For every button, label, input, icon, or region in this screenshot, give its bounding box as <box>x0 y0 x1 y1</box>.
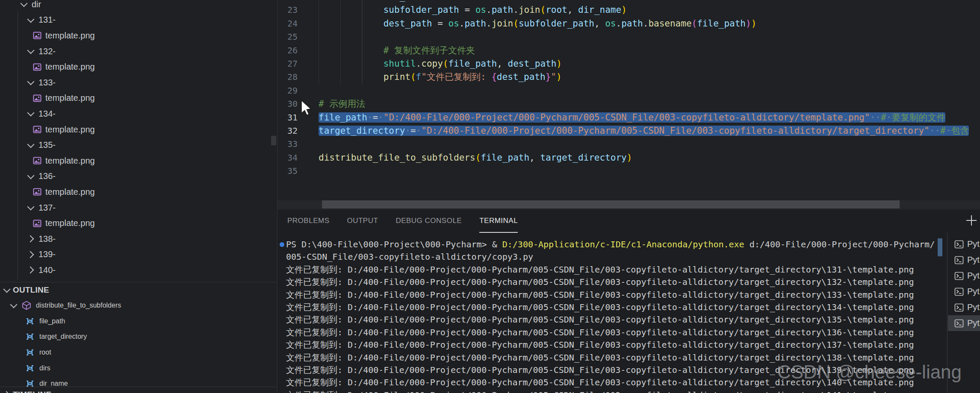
tree-item-139-[interactable]: 139- <box>0 247 277 263</box>
tree-item-133-[interactable]: 133- <box>0 75 277 91</box>
editor-line-29[interactable]: 29 <box>277 84 980 97</box>
editor-line-28[interactable]: 28 print(f"文件已复制到: {dest_path}") <box>277 70 980 84</box>
terminal-list-label: Pyt <box>967 318 980 328</box>
sidebar-scrollbar[interactable] <box>271 136 276 145</box>
code-token: 文件已复制到: D:/400-File/000-Project/000-Pych… <box>286 390 914 393</box>
outline-item-dir_name[interactable]: dir_name <box>0 376 277 387</box>
terminal-list-item[interactable]: Pyt <box>948 315 980 331</box>
chevron-down-icon[interactable] <box>27 78 35 85</box>
terminal-list: PytPytPytPytPytPyt <box>947 233 980 393</box>
editor-line-25[interactable]: 25 <box>277 30 980 44</box>
code-token: dir_name <box>384 0 427 2</box>
chevron-down-icon[interactable] <box>10 301 18 308</box>
symbol-variable-icon <box>25 316 35 326</box>
panel-tab-terminal[interactable]: TERMINAL <box>479 209 518 233</box>
editor-line-23[interactable]: 23 subfolder_path = os.path.join(root, d… <box>277 3 980 17</box>
terminal-output[interactable]: PS D:\400-File\000-Project\000-Pycharm> … <box>277 233 947 393</box>
chevron-right-icon[interactable] <box>27 267 34 274</box>
code-token <box>443 18 449 29</box>
terminal-line: 文件已复制到: D:/400-File/000-Project/000-Pych… <box>286 352 947 364</box>
code-token: ) <box>751 18 757 29</box>
command-decoration-dot[interactable] <box>280 242 284 247</box>
chevron-right-icon[interactable] <box>3 391 10 393</box>
code-token: os <box>605 18 616 29</box>
outline-item-file_path[interactable]: file_path <box>0 314 277 329</box>
tree-item-132-[interactable]: 132- <box>0 44 277 59</box>
terminal-scrollbar[interactable] <box>938 238 942 256</box>
chevron-down-icon[interactable] <box>27 141 35 148</box>
tree-item-template-png[interactable]: template.png <box>0 215 277 231</box>
explorer-sidebar: dir131-template.png132-template.png133-t… <box>0 0 277 393</box>
outline-item-dirs[interactable]: dirs <box>0 360 277 376</box>
editor-line-34[interactable]: 34distribute_file_to_subfolders(file_pat… <box>277 151 980 164</box>
chevron-down-icon[interactable] <box>21 0 28 7</box>
editor-line-24[interactable]: 24 dest_path = os.path.join(subfolder_pa… <box>277 17 980 30</box>
terminal-list-item[interactable]: Pyt <box>948 284 980 299</box>
terminal-list-item[interactable]: Pyt <box>948 299 980 315</box>
tree-item-137-[interactable]: 137- <box>0 200 277 216</box>
editor-line-31[interactable]: 31file_path·=·"D:/400-File/000-Project/0… <box>277 111 980 124</box>
outline-item-distribute_file_to_subfolders[interactable]: distribute_file_to_subfolders <box>0 298 277 314</box>
code-token: os <box>448 18 459 29</box>
editor-line-33[interactable]: 33 <box>277 138 980 151</box>
editor-horizontal-scrollbar[interactable] <box>277 200 980 208</box>
chevron-down-icon[interactable] <box>27 172 35 179</box>
line-number: 28 <box>277 70 298 84</box>
panel-tab-problems[interactable]: PROBLEMS <box>287 209 329 233</box>
tree-item-template-png[interactable]: template.png <box>0 122 277 138</box>
tree-item-template-png[interactable]: template.png <box>0 28 277 44</box>
editor-line-35[interactable]: 35 <box>277 164 980 178</box>
code-token: . <box>486 18 492 29</box>
scrollbar-thumb[interactable] <box>322 200 900 208</box>
tree-item-135-[interactable]: 135- <box>0 137 277 153</box>
panel-tab-debug-console[interactable]: DEBUG CONSOLE <box>396 209 462 233</box>
tree-item-140-[interactable]: 140- <box>0 262 277 278</box>
tree-item-131-[interactable]: 131- <box>0 12 277 28</box>
outline-item-root[interactable]: root <box>0 345 277 361</box>
chevron-down-icon[interactable] <box>27 203 35 211</box>
outline-item-target_directory[interactable]: target_directory <box>0 329 277 345</box>
tree-item-label: template.png <box>45 62 95 72</box>
terminal-list-item[interactable]: Pyt <box>948 236 980 252</box>
chevron-down-icon[interactable] <box>27 109 35 117</box>
tree-item-dir[interactable]: dir <box>0 0 277 12</box>
terminal-icon <box>954 287 964 297</box>
code-token: · <box>405 126 410 136</box>
tree-item-138-[interactable]: 138- <box>0 231 277 247</box>
terminal-list-item[interactable]: Pyt <box>948 268 980 284</box>
chevron-down-icon[interactable] <box>27 47 35 54</box>
editor-line-22[interactable]: 22 for dir_name in dirs: <box>277 0 980 3</box>
symbol-function-icon <box>21 300 32 311</box>
line-content: print(f"文件已复制到: {dest_path}") <box>298 70 980 84</box>
code-token: . <box>416 59 422 69</box>
editor-line-27[interactable]: 27 shutil.copy(file_path, dest_path) <box>277 57 980 70</box>
chevron-down-icon[interactable] <box>27 15 35 23</box>
code-token: subfolder_path <box>384 5 459 15</box>
panel-tab-output[interactable]: OUTPUT <box>347 209 378 233</box>
chevron-down-icon[interactable] <box>3 286 11 293</box>
image-file-icon <box>32 94 42 103</box>
editor-line-26[interactable]: 26 # 复制文件到子文件夹 <box>277 44 980 57</box>
line-content: # 复制文件到子文件夹 <box>298 44 980 57</box>
chevron-right-icon[interactable] <box>27 235 34 243</box>
tree-item-template-png[interactable]: template.png <box>0 153 277 169</box>
line-content: distribute_file_to_subfolders(file_path,… <box>298 151 980 164</box>
tree-item-136-[interactable]: 136- <box>0 169 277 185</box>
selected-text: target_directory·=·"D:/400-File/000-Proj… <box>319 126 969 136</box>
tree-item-label: template.png <box>45 93 95 103</box>
outline-header[interactable]: OUTLINE <box>0 282 277 298</box>
new-terminal-button[interactable] <box>965 214 977 226</box>
timeline-header[interactable]: TIMELINE <box>0 387 277 393</box>
tree-item-template-png[interactable]: template.png <box>0 91 277 106</box>
editor-line-30[interactable]: 30# 示例用法 <box>277 97 980 111</box>
editor-line-32[interactable]: 32target_directory·=·"D:/400-File/000-Pr… <box>277 124 980 138</box>
code-token <box>432 18 438 29</box>
terminal-list-item[interactable]: Pyt <box>948 252 980 268</box>
code-token: os <box>475 5 486 15</box>
line-number: 31 <box>277 111 298 124</box>
code-editor[interactable]: 22 for dir_name in dirs:23 subfolder_pat… <box>277 0 980 209</box>
tree-item-134-[interactable]: 134- <box>0 106 277 122</box>
tree-item-template-png[interactable]: template.png <box>0 184 277 200</box>
tree-item-template-png[interactable]: template.png <box>0 59 277 75</box>
chevron-right-icon[interactable] <box>27 251 34 258</box>
